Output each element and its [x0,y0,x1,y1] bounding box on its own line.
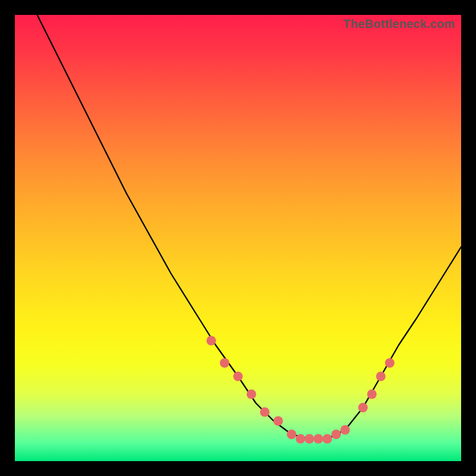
highlight-dot [206,336,216,346]
highlight-dot [376,372,386,381]
highlight-dot [314,434,323,444]
highlight-dot [260,408,270,417]
highlight-dot [233,372,243,381]
bottleneck-curve [37,15,462,439]
highlight-dot [305,434,314,444]
highlight-dot [385,358,394,368]
highlight-dot [358,403,368,412]
highlight-dot [247,390,256,399]
watermark-label: TheBottleneck.com [343,17,455,31]
highlight-dots [206,336,394,444]
highlight-dot [220,358,230,368]
highlight-dot [367,390,377,399]
highlight-dot [331,430,341,439]
highlight-dot [274,416,283,426]
highlight-dot [322,434,332,444]
highlight-dot [340,425,350,435]
chart-svg [15,15,461,461]
highlight-dot [296,434,305,444]
highlight-dot [287,430,296,439]
chart-canvas: TheBottleneck.com [15,15,461,461]
